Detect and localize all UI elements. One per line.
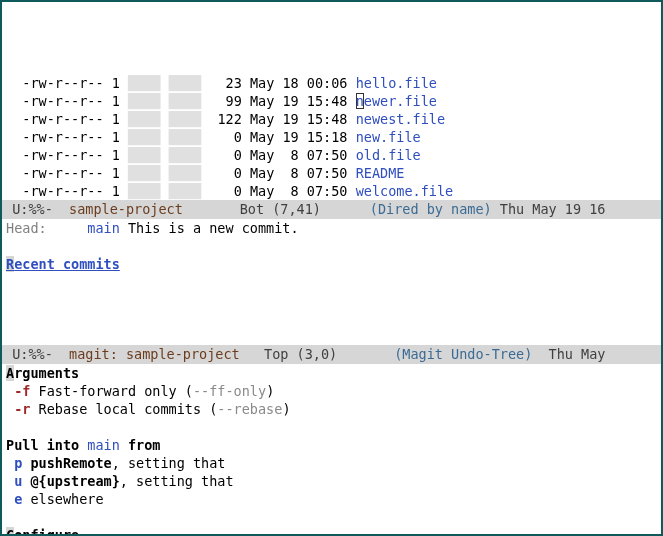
branch[interactable]: main (87, 220, 120, 236)
size: 122 (209, 111, 242, 127)
filename[interactable]: newer.file (356, 93, 437, 109)
links: 1 (112, 147, 120, 163)
arguments-header: Arguments (2, 364, 661, 382)
dired-row[interactable]: -rw-r--r-- 1 ████ ████ 0 May 8 07:50 REA… (2, 164, 661, 182)
dired-row[interactable]: -rw-r--r-- 1 ████ ████ 0 May 19 15:18 ne… (2, 128, 661, 146)
dired-row[interactable]: -rw-r--r-- 1 ████ ████ 122 May 19 15:48 … (2, 110, 661, 128)
links: 1 (112, 75, 120, 91)
owner: ████ (128, 93, 161, 109)
links: 1 (112, 93, 120, 109)
key: p (14, 455, 22, 471)
blank (2, 273, 661, 291)
ml-time: Thu May (532, 345, 605, 364)
owner: ████ (128, 129, 161, 145)
size: 99 (209, 93, 242, 109)
ml-buffer: sample-project (69, 200, 183, 219)
pull-pushremote[interactable]: p pushRemote, setting that (2, 454, 661, 472)
group: ████ (169, 111, 202, 127)
dired-row[interactable]: -rw-r--r-- 1 ████ ████ 0 May 8 07:50 old… (2, 146, 661, 164)
size: 0 (209, 183, 242, 199)
size: 23 (209, 75, 242, 91)
blank (2, 418, 661, 436)
gap (47, 220, 88, 236)
date: May 19 15:18 (250, 129, 348, 145)
group: ████ (169, 93, 202, 109)
head-msg: This is a new commit. (120, 220, 299, 236)
dired-row[interactable]: -rw-r--r-- 1 ████ ████ 99 May 19 15:48 n… (2, 92, 661, 110)
ml-pos: Bot (7,41) (183, 200, 370, 219)
blank (2, 237, 661, 255)
perm: -rw-r--r-- (22, 147, 103, 163)
date: May 19 15:48 (250, 111, 348, 127)
pull-elsewhere[interactable]: e elsewhere (2, 490, 661, 508)
magit-modeline: U:%%- magit: sample-project Top (3,0) (M… (2, 345, 661, 364)
label: Fast-forward only ( (30, 383, 193, 399)
group: ████ (169, 147, 202, 163)
pull-header: Pull into main from (2, 436, 661, 454)
perm: -rw-r--r-- (22, 183, 103, 199)
filename[interactable]: new.file (356, 129, 421, 145)
date: May 8 07:50 (250, 183, 348, 199)
key: -r (14, 401, 30, 417)
date: May 18 00:06 (250, 75, 348, 91)
blank (2, 508, 661, 526)
owner: ████ (128, 165, 161, 181)
arg-ff-only[interactable]: -f Fast-forward only (--ff-only) (2, 382, 661, 400)
date: May 8 07:50 (250, 147, 348, 163)
perm: -rw-r--r-- (22, 129, 103, 145)
blank (2, 327, 661, 345)
configure-header: Configure (2, 526, 661, 536)
head-key: Head: (6, 220, 47, 236)
group: ████ (169, 75, 202, 91)
size: 0 (209, 129, 242, 145)
key: -f (14, 383, 30, 399)
owner: ████ (128, 75, 161, 91)
label: Rebase local commits ( (30, 401, 217, 417)
dired-row[interactable]: -rw-r--r-- 1 ████ ████ 0 May 8 07:50 wel… (2, 182, 661, 200)
links: 1 (112, 183, 120, 199)
date: May 8 07:50 (250, 165, 348, 181)
group: ████ (169, 183, 202, 199)
size: 0 (209, 147, 242, 163)
group: ████ (169, 129, 202, 145)
group: ████ (169, 165, 202, 181)
key: e (14, 491, 22, 507)
owner: ████ (128, 183, 161, 199)
perm: -rw-r--r-- (22, 93, 103, 109)
date: May 19 15:48 (250, 93, 348, 109)
magit-head: Head: main This is a new commit. (2, 219, 661, 237)
size: 0 (209, 165, 242, 181)
flag: --ff-only (193, 383, 266, 399)
perm: -rw-r--r-- (22, 165, 103, 181)
filename[interactable]: hello.file (356, 75, 437, 91)
ml-mode: (Dired by name) (370, 200, 492, 219)
ml-state: U:%%- (4, 345, 69, 364)
blank (2, 309, 661, 327)
ml-buffer: magit: sample-project (69, 345, 240, 364)
filename[interactable]: old.file (356, 147, 421, 163)
links: 1 (112, 165, 120, 181)
owner: ████ (128, 111, 161, 127)
flag: --rebase (217, 401, 282, 417)
filename[interactable]: welcome.file (356, 183, 454, 199)
filename[interactable]: README (356, 165, 405, 181)
key: u (14, 473, 22, 489)
perm: -rw-r--r-- (22, 111, 103, 127)
pull-upstream[interactable]: u @{upstream}, setting that (2, 472, 661, 490)
dired-row[interactable]: -rw-r--r-- 1 ████ ████ 23 May 18 00:06 h… (2, 74, 661, 92)
dired-modeline: U:%%- sample-project Bot (7,41) (Dired b… (2, 200, 661, 219)
ml-mode: (Magit Undo-Tree) (394, 345, 532, 364)
recent-commits-header[interactable]: Recent commits (2, 255, 661, 273)
owner: ████ (128, 147, 161, 163)
ml-time: Thu May 19 16 (492, 200, 606, 219)
filename[interactable]: newest.file (356, 111, 445, 127)
perm: -rw-r--r-- (22, 75, 103, 91)
links: 1 (112, 111, 120, 127)
ml-state: U:%%- (4, 200, 69, 219)
blank (2, 291, 661, 309)
ml-pos: Top (3,0) (240, 345, 394, 364)
arg-rebase[interactable]: -r Rebase local commits (--rebase) (2, 400, 661, 418)
links: 1 (112, 129, 120, 145)
